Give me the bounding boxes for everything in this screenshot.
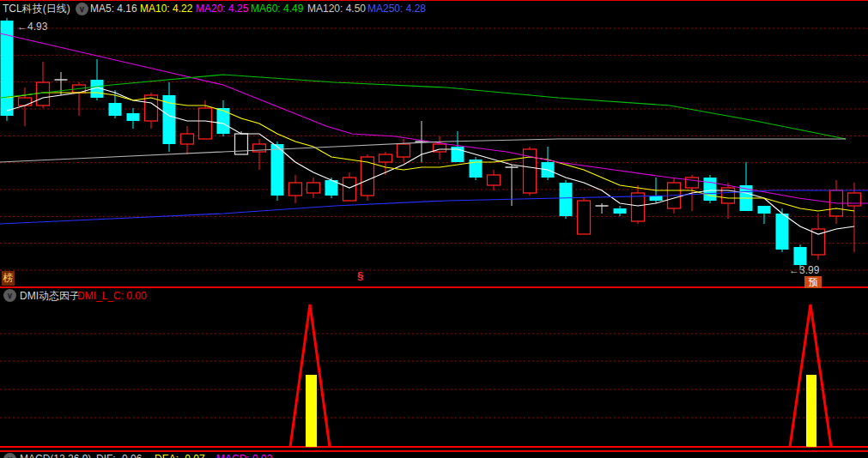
ma120-label: MA120: 4.50 (307, 3, 366, 15)
candlestick-chart[interactable] (0, 0, 868, 458)
ma20-label: MA20: 4.25 (196, 3, 248, 15)
collapse-main-icon[interactable]: ∨ (76, 3, 88, 15)
event-marker-icon[interactable]: § (357, 270, 363, 282)
macd-dif-label: DIF: -0.06 (96, 453, 142, 458)
ma250-label: MA250: 4.28 (367, 3, 426, 15)
panel-separator-macd (0, 450, 868, 452)
low-price-label: ←3.99 (789, 264, 819, 276)
dmi-value-label: DMI_L_C: 0.00 (77, 290, 147, 302)
macd-dea-label: DEA: -0.07 (155, 453, 205, 458)
dmi-panel-title: DMI动态因子 (20, 290, 80, 302)
chevron-down-icon: ∨ (7, 291, 13, 300)
macd-value-label: MACD: 0.02 (216, 453, 272, 458)
forecast-badge[interactable]: 预 (804, 276, 822, 288)
chevron-down-icon: ∨ (7, 455, 13, 458)
panel-separator-dmi (0, 286, 868, 288)
high-price-label: ←4.93 (17, 21, 47, 33)
ma60-label: MA60: 4.49 (251, 3, 303, 15)
macd-name-label: MACD(12,26,9) (20, 453, 91, 458)
ma5-label: MA5: 4.16 (90, 3, 137, 15)
chart-title: TCL科技(日线) (3, 3, 70, 15)
ma10-label: MA10: 4.22 (140, 3, 192, 15)
collapse-dmi-icon[interactable]: ∨ (3, 289, 16, 302)
rank-badge[interactable]: 榜 (2, 271, 15, 286)
stock-app-window: TCL科技(日线) ∨ MA5: 4.16 MA10: 4.22 MA20: 4… (0, 0, 868, 458)
top-border (0, 0, 868, 1)
chevron-down-icon: ∨ (79, 4, 85, 14)
